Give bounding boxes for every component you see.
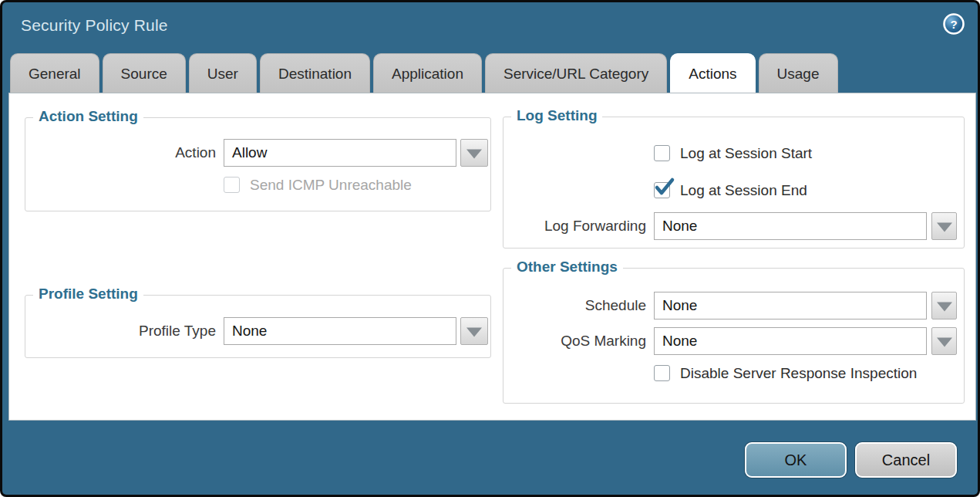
chevron-down-icon xyxy=(937,337,952,347)
tab-application[interactable]: Application xyxy=(373,53,482,93)
log-session-end-label: Log at Session End xyxy=(680,181,807,200)
actions-tab-panel: Action Setting Action Allow Send ICMP Un… xyxy=(8,93,976,421)
schedule-dropdown[interactable]: None xyxy=(654,292,927,320)
log-forwarding-dropdown-button[interactable] xyxy=(931,212,957,240)
schedule-dropdown-button[interactable] xyxy=(931,292,957,320)
chevron-down-icon xyxy=(937,302,952,311)
dsri-checkbox[interactable] xyxy=(654,365,670,381)
security-policy-rule-dialog: Security Policy Rule ? GeneralSourceUser… xyxy=(2,2,978,495)
action-label: Action xyxy=(25,139,216,167)
dialog-title: Security Policy Rule xyxy=(21,16,168,35)
tab-user[interactable]: User xyxy=(189,53,257,93)
action-dropdown-button[interactable] xyxy=(460,139,488,167)
log-forwarding-dropdown[interactable]: None xyxy=(654,212,927,240)
profile-type-label: Profile Type xyxy=(25,317,216,345)
dsri-label: Disable Server Response Inspection xyxy=(680,364,917,383)
log-setting-legend: Log Setting xyxy=(511,107,602,124)
profile-setting-group: Profile Setting Profile Type None xyxy=(25,295,491,358)
tab-general[interactable]: General xyxy=(10,53,99,93)
qos-marking-label: QoS Marking xyxy=(503,327,646,355)
log-session-start-checkbox[interactable] xyxy=(654,145,670,161)
log-session-end-checkbox[interactable] xyxy=(654,182,670,198)
qos-marking-dropdown-button[interactable] xyxy=(931,327,957,355)
chevron-down-icon xyxy=(466,149,482,158)
profile-type-dropdown[interactable]: None xyxy=(224,317,456,345)
log-forwarding-label: Log Forwarding xyxy=(503,212,646,240)
profile-setting-legend: Profile Setting xyxy=(33,286,143,303)
tab-usage[interactable]: Usage xyxy=(759,53,838,93)
chevron-down-icon xyxy=(937,222,952,232)
ok-button[interactable]: OK xyxy=(745,442,847,478)
tab-source[interactable]: Source xyxy=(103,53,186,93)
help-icon[interactable]: ? xyxy=(943,13,965,35)
other-settings-group: Other Settings Schedule None QoS Marking… xyxy=(503,268,965,404)
send-icmp-checkbox xyxy=(224,177,240,193)
tab-bar: GeneralSourceUserDestinationApplicationS… xyxy=(10,53,841,93)
log-setting-group: Log Setting Log at Session Start Log at … xyxy=(503,117,965,248)
tab-actions[interactable]: Actions xyxy=(670,53,755,93)
log-session-start-label: Log at Session Start xyxy=(680,144,812,163)
qos-marking-dropdown[interactable]: None xyxy=(654,327,927,355)
chevron-down-icon xyxy=(466,327,482,336)
cancel-button[interactable]: Cancel xyxy=(855,442,957,478)
screenshot-frame: Security Policy Rule ? GeneralSourceUser… xyxy=(0,0,980,497)
tab-service-url-category[interactable]: Service/URL Category xyxy=(485,53,667,93)
action-setting-legend: Action Setting xyxy=(33,108,143,125)
svg-text:?: ? xyxy=(950,18,957,31)
action-setting-group: Action Setting Action Allow Send ICMP Un… xyxy=(25,117,491,211)
tab-destination[interactable]: Destination xyxy=(260,53,370,93)
send-icmp-label: Send ICMP Unreachable xyxy=(250,176,412,194)
schedule-label: Schedule xyxy=(503,292,646,320)
other-settings-legend: Other Settings xyxy=(511,259,623,276)
action-dropdown[interactable]: Allow xyxy=(224,139,456,167)
profile-type-dropdown-button[interactable] xyxy=(460,317,488,345)
